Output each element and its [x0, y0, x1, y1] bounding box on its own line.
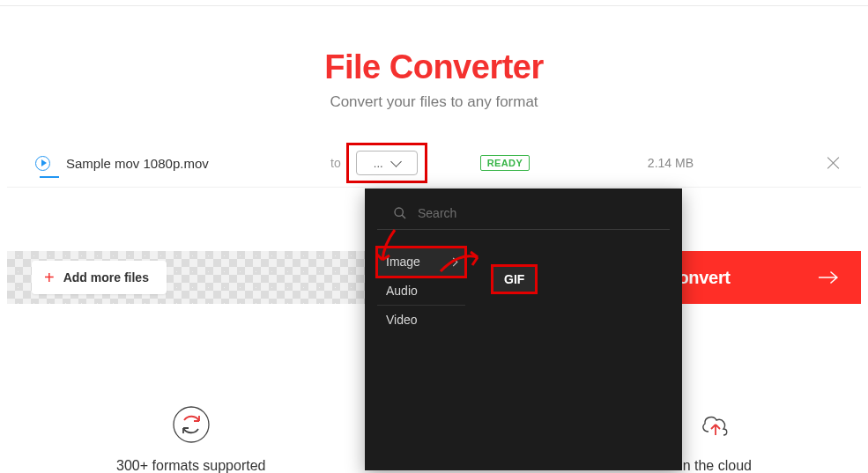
format-dropdown[interactable]: ...: [356, 151, 418, 175]
svg-point-0: [395, 208, 403, 216]
to-label: to: [330, 156, 341, 170]
search-icon: [393, 206, 407, 220]
top-divider: [0, 5, 868, 6]
file-name: Sample mov 1080p.mov: [66, 156, 330, 171]
category-video-label: Video: [386, 313, 418, 327]
search-input[interactable]: [418, 206, 654, 220]
svg-line-1: [402, 215, 405, 218]
annotation-arrow-2: [437, 245, 486, 276]
file-size: 2.14 MB: [648, 156, 694, 170]
cloud-upload-icon: [696, 405, 735, 444]
page-title: File Converter: [0, 48, 868, 86]
arrow-right-icon: [819, 270, 840, 285]
category-audio[interactable]: Audio: [377, 277, 465, 306]
feature-formats: 300+ formats supported: [116, 405, 265, 473]
file-row: Sample mov 1080p.mov to ... READY 2.14 M…: [7, 139, 861, 188]
format-placeholder: ...: [374, 157, 383, 170]
plus-icon: +: [44, 269, 55, 286]
format-popover: Image Audio Video GIF: [365, 188, 682, 470]
add-more-label: Add more files: [63, 270, 149, 285]
close-icon[interactable]: [826, 155, 842, 171]
add-more-files-button[interactable]: + Add more files: [32, 261, 167, 294]
play-underline: [40, 176, 59, 178]
category-audio-label: Audio: [386, 284, 418, 298]
format-option-gif[interactable]: GIF: [493, 267, 535, 292]
search-row: [377, 203, 670, 230]
page-subtitle: Convert your files to any format: [0, 93, 868, 111]
svg-point-2: [174, 407, 209, 442]
feature-cloud-label: In the cloud: [679, 458, 752, 473]
feature-formats-label: 300+ formats supported: [116, 458, 265, 473]
refresh-icon: [172, 405, 211, 444]
category-video[interactable]: Video: [377, 306, 465, 334]
annotation-arrow-1: [372, 228, 400, 268]
status-badge: READY: [480, 155, 530, 171]
feature-cloud: In the cloud: [679, 405, 752, 473]
format-dropdown-highlight: ...: [346, 143, 427, 183]
chevron-down-icon: [390, 156, 402, 167]
play-icon[interactable]: [35, 156, 50, 171]
